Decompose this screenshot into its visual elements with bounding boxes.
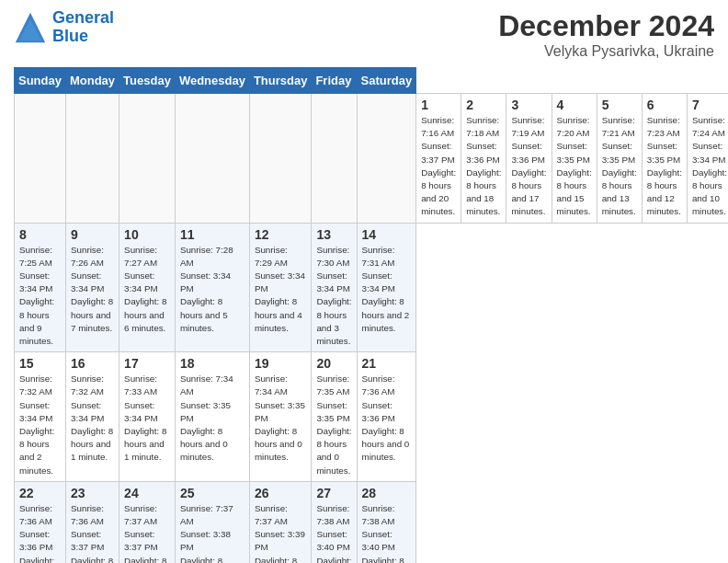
title-block: December 2024 Velyka Pysarivka, Ukraine (498, 9, 714, 60)
day-info: Sunrise: 7:16 AMSunset: 3:37 PMDaylight:… (421, 114, 456, 219)
calendar-cell (15, 94, 66, 224)
calendar-cell: 1Sunrise: 7:16 AMSunset: 3:37 PMDaylight… (416, 94, 461, 224)
calendar-cell: 6Sunrise: 7:23 AMSunset: 3:35 PMDaylight… (642, 94, 687, 224)
day-number: 4 (557, 98, 592, 112)
calendar-cell: 17Sunrise: 7:33 AMSunset: 3:34 PMDayligh… (119, 352, 176, 482)
day-number: 22 (19, 486, 61, 500)
calendar-week-row: 1Sunrise: 7:16 AMSunset: 3:37 PMDaylight… (15, 94, 729, 224)
calendar-cell: 22Sunrise: 7:36 AMSunset: 3:36 PMDayligh… (15, 481, 66, 563)
main-title: December 2024 (498, 9, 714, 43)
day-number: 21 (362, 356, 412, 371)
day-info: Sunrise: 7:34 AMSunset: 3:35 PMDaylight:… (180, 373, 245, 464)
day-number: 18 (180, 356, 245, 371)
logo-icon (14, 11, 47, 44)
day-number: 25 (180, 486, 245, 500)
day-number: 9 (71, 227, 114, 242)
day-number: 19 (255, 356, 307, 371)
day-number: 20 (316, 356, 351, 371)
calendar-cell (65, 94, 119, 224)
day-number: 7 (692, 98, 727, 112)
day-info: Sunrise: 7:29 AMSunset: 3:34 PMDaylight:… (255, 244, 307, 335)
calendar-cell: 14Sunrise: 7:31 AMSunset: 3:34 PMDayligh… (357, 223, 416, 352)
page: General Blue December 2024 Velyka Pysari… (0, 0, 728, 563)
calendar-cell: 7Sunrise: 7:24 AMSunset: 3:34 PMDaylight… (687, 94, 728, 224)
calendar-cell (175, 94, 249, 224)
day-info: Sunrise: 7:19 AMSunset: 3:36 PMDaylight:… (511, 114, 546, 219)
day-info: Sunrise: 7:35 AMSunset: 3:35 PMDaylight:… (316, 373, 351, 477)
calendar-cell: 24Sunrise: 7:37 AMSunset: 3:37 PMDayligh… (119, 481, 176, 563)
calendar-header-wednesday: Wednesday (175, 68, 249, 94)
header: General Blue December 2024 Velyka Pysari… (14, 9, 714, 60)
day-number: 27 (316, 486, 351, 500)
day-info: Sunrise: 7:20 AMSunset: 3:35 PMDaylight:… (557, 114, 592, 219)
calendar-cell (357, 94, 416, 224)
calendar-cell: 3Sunrise: 7:19 AMSunset: 3:36 PMDaylight… (506, 94, 552, 224)
day-number: 11 (180, 227, 245, 242)
day-number: 13 (316, 227, 351, 242)
subtitle: Velyka Pysarivka, Ukraine (498, 43, 714, 60)
calendar-cell: 2Sunrise: 7:18 AMSunset: 3:36 PMDaylight… (461, 94, 506, 224)
day-info: Sunrise: 7:34 AMSunset: 3:35 PMDaylight:… (255, 373, 307, 464)
calendar-cell: 20Sunrise: 7:35 AMSunset: 3:35 PMDayligh… (312, 352, 357, 482)
calendar-cell: 10Sunrise: 7:27 AMSunset: 3:34 PMDayligh… (119, 223, 176, 352)
day-number: 17 (124, 356, 170, 371)
calendar-cell: 8Sunrise: 7:25 AMSunset: 3:34 PMDaylight… (15, 223, 66, 352)
day-number: 3 (511, 98, 546, 112)
day-info: Sunrise: 7:37 AMSunset: 3:38 PMDaylight:… (180, 502, 245, 563)
day-info: Sunrise: 7:27 AMSunset: 3:34 PMDaylight:… (124, 244, 170, 335)
calendar-header-thursday: Thursday (249, 68, 312, 94)
calendar-cell: 19Sunrise: 7:34 AMSunset: 3:35 PMDayligh… (249, 352, 312, 482)
calendar-cell: 5Sunrise: 7:21 AMSunset: 3:35 PMDaylight… (597, 94, 642, 224)
day-number: 26 (255, 486, 307, 500)
calendar-cell: 15Sunrise: 7:32 AMSunset: 3:34 PMDayligh… (15, 352, 66, 482)
day-number: 2 (466, 98, 501, 112)
calendar-week-row: 8Sunrise: 7:25 AMSunset: 3:34 PMDaylight… (15, 223, 729, 352)
calendar-cell: 9Sunrise: 7:26 AMSunset: 3:34 PMDaylight… (65, 223, 119, 352)
calendar-header-friday: Friday (312, 68, 357, 94)
day-info: Sunrise: 7:30 AMSunset: 3:34 PMDaylight:… (316, 244, 351, 349)
day-number: 5 (602, 98, 637, 112)
calendar-cell: 23Sunrise: 7:36 AMSunset: 3:37 PMDayligh… (65, 481, 119, 563)
day-info: Sunrise: 7:38 AMSunset: 3:40 PMDaylight:… (362, 502, 412, 563)
day-number: 16 (71, 356, 114, 371)
day-number: 1 (421, 98, 456, 112)
calendar-cell (312, 94, 357, 224)
calendar-cell: 13Sunrise: 7:30 AMSunset: 3:34 PMDayligh… (312, 223, 357, 352)
calendar-table: SundayMondayTuesdayWednesdayThursdayFrid… (14, 67, 728, 563)
calendar-cell (119, 94, 176, 224)
calendar-cell (249, 94, 312, 224)
calendar-header-tuesday: Tuesday (119, 68, 176, 94)
day-number: 6 (647, 98, 682, 112)
day-info: Sunrise: 7:36 AMSunset: 3:36 PMDaylight:… (362, 373, 412, 464)
day-info: Sunrise: 7:28 AMSunset: 3:34 PMDaylight:… (180, 244, 245, 335)
calendar-cell: 4Sunrise: 7:20 AMSunset: 3:35 PMDaylight… (552, 94, 597, 224)
day-info: Sunrise: 7:38 AMSunset: 3:40 PMDaylight:… (316, 502, 351, 563)
day-info: Sunrise: 7:31 AMSunset: 3:34 PMDaylight:… (362, 244, 412, 335)
day-info: Sunrise: 7:21 AMSunset: 3:35 PMDaylight:… (602, 114, 637, 219)
day-number: 15 (19, 356, 61, 371)
day-number: 24 (124, 486, 170, 500)
calendar-header-sunday: Sunday (15, 68, 66, 94)
day-info: Sunrise: 7:33 AMSunset: 3:34 PMDaylight:… (124, 373, 170, 464)
calendar-cell: 21Sunrise: 7:36 AMSunset: 3:36 PMDayligh… (357, 352, 416, 482)
day-info: Sunrise: 7:36 AMSunset: 3:36 PMDaylight:… (19, 502, 61, 563)
calendar-week-row: 15Sunrise: 7:32 AMSunset: 3:34 PMDayligh… (15, 352, 729, 482)
day-info: Sunrise: 7:32 AMSunset: 3:34 PMDaylight:… (71, 373, 114, 464)
logo: General Blue (14, 9, 114, 46)
calendar-header-row: SundayMondayTuesdayWednesdayThursdayFrid… (15, 68, 729, 94)
calendar-header-saturday: Saturday (357, 68, 416, 94)
calendar-week-row: 22Sunrise: 7:36 AMSunset: 3:36 PMDayligh… (15, 481, 729, 563)
calendar-cell: 12Sunrise: 7:29 AMSunset: 3:34 PMDayligh… (249, 223, 312, 352)
day-info: Sunrise: 7:37 AMSunset: 3:39 PMDaylight:… (255, 502, 307, 563)
calendar-cell: 27Sunrise: 7:38 AMSunset: 3:40 PMDayligh… (312, 481, 357, 563)
day-number: 10 (124, 227, 170, 242)
day-info: Sunrise: 7:37 AMSunset: 3:37 PMDaylight:… (124, 502, 170, 563)
day-info: Sunrise: 7:36 AMSunset: 3:37 PMDaylight:… (71, 502, 114, 563)
day-info: Sunrise: 7:25 AMSunset: 3:34 PMDaylight:… (19, 244, 61, 349)
day-info: Sunrise: 7:18 AMSunset: 3:36 PMDaylight:… (466, 114, 501, 219)
day-info: Sunrise: 7:32 AMSunset: 3:34 PMDaylight:… (19, 373, 61, 477)
calendar-header-monday: Monday (65, 68, 119, 94)
calendar-cell: 28Sunrise: 7:38 AMSunset: 3:40 PMDayligh… (357, 481, 416, 563)
calendar-cell: 18Sunrise: 7:34 AMSunset: 3:35 PMDayligh… (175, 352, 249, 482)
day-number: 14 (362, 227, 412, 242)
